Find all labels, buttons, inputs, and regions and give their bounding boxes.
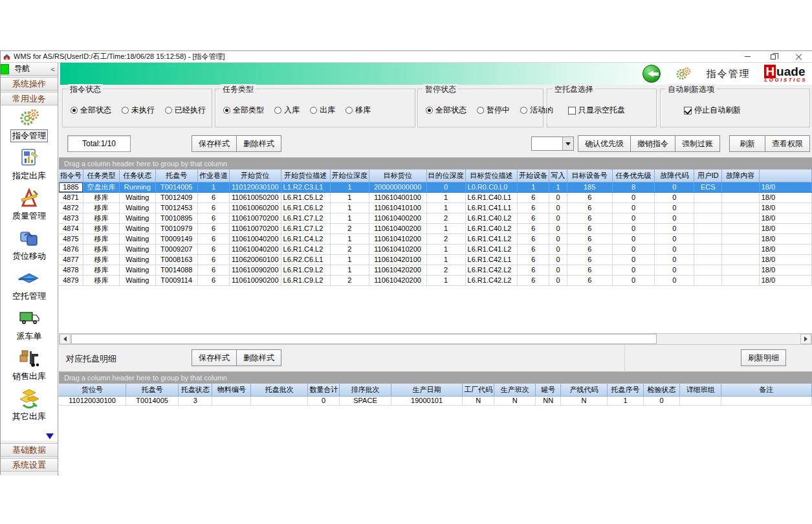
column-header[interactable]: 托盘批次: [251, 384, 308, 396]
column-header[interactable]: 物料编号: [212, 384, 251, 396]
checkbox-icon: [684, 107, 692, 115]
detail-delete-style-button[interactable]: 删除样式: [237, 349, 281, 366]
cell: Waiting: [120, 244, 155, 254]
table-row[interactable]: 4876移库WaitingT00092076110610040200L6.R1.…: [59, 244, 812, 254]
table-row[interactable]: 4873移库WaitingT00108956110610070200L6.R1.…: [59, 213, 812, 223]
table-row[interactable]: 4879移库WaitingT00091146110610090200L6.R1.…: [59, 275, 812, 285]
force-post-button[interactable]: 强制过账: [675, 135, 720, 152]
radio-option[interactable]: 出库: [310, 105, 335, 116]
column-header[interactable]: 任务状态: [120, 169, 155, 182]
radio-option[interactable]: 已经执行: [165, 105, 206, 116]
radio-option[interactable]: 暂停中: [477, 105, 510, 116]
radio-option[interactable]: 全部状态: [71, 105, 111, 116]
minimize-icon[interactable]: [734, 51, 760, 62]
close-icon[interactable]: [786, 51, 812, 62]
column-header[interactable]: 开始位深度: [330, 169, 369, 182]
chevron-down-icon[interactable]: [562, 137, 573, 150]
confirm-priority-button[interactable]: 确认优先级: [578, 135, 631, 152]
sidebar-item-assigned-outbound[interactable]: 指定出库: [1, 146, 58, 186]
column-header[interactable]: 任务类型: [83, 169, 120, 182]
forklift-icon: [18, 347, 40, 369]
cancel-instruction-button[interactable]: 撤销指令: [631, 135, 675, 152]
sidebar-item-instruction-mgmt[interactable]: 指令管理: [1, 105, 58, 146]
refresh-detail-button[interactable]: 刷新明细: [741, 349, 786, 366]
table-row[interactable]: 4877移库WaitingT00081636110620060100L6.R2.…: [59, 254, 812, 265]
column-header[interactable]: 写入: [549, 169, 567, 182]
refresh-button[interactable]: 刷新: [729, 135, 765, 152]
column-header[interactable]: 产线代码: [561, 384, 608, 396]
column-header[interactable]: 目标货位描述: [465, 169, 518, 182]
column-header[interactable]: 用户ID: [694, 169, 722, 182]
column-header[interactable]: 生产班次: [494, 384, 536, 396]
scrollbar-thumb[interactable]: [71, 334, 657, 344]
column-header[interactable]: 目标设备号: [567, 169, 612, 182]
column-header[interactable]: 工厂代码: [463, 384, 494, 396]
column-header[interactable]: [759, 169, 811, 182]
radio-option[interactable]: 全部状态: [426, 105, 466, 116]
sidebar-item-location-move[interactable]: 货位移动: [1, 226, 58, 266]
restore-icon[interactable]: [760, 51, 786, 62]
view-permission-button[interactable]: 查看权限: [765, 135, 810, 152]
save-style-button[interactable]: 保存样式: [192, 135, 237, 152]
checkbox-option[interactable]: 只显示空托盘: [568, 105, 625, 116]
table-row[interactable]: 4871移库WaitingT00124096110610050200L6.R1.…: [59, 192, 812, 202]
table-row[interactable]: 110120030100T001400530SPACE19000101NNNNN…: [59, 396, 812, 405]
table-row[interactable]: 4874移库WaitingT00109796110610070200L6.R1.…: [59, 223, 812, 234]
column-header[interactable]: 开始货位: [229, 169, 281, 182]
radio-option[interactable]: 入库: [274, 105, 300, 116]
sidebar-item-empty-pallet-mgmt[interactable]: 空托管理: [1, 266, 58, 306]
column-header[interactable]: 数量合计: [308, 384, 340, 396]
column-header[interactable]: 托盘号: [126, 384, 178, 396]
column-header[interactable]: 开始货位描述: [281, 169, 330, 182]
column-header[interactable]: 托盘状态: [179, 384, 212, 396]
column-header[interactable]: 故障内容: [722, 169, 760, 182]
group-by-band[interactable]: Drag a column header here to group by th…: [59, 158, 812, 169]
table-row[interactable]: 1885空盘出库RunningT00140051110120030100L1.R…: [59, 182, 812, 192]
sidebar-section-system-settings[interactable]: 系统设置: [1, 458, 58, 472]
back-button[interactable]: [642, 65, 661, 83]
collapse-icon[interactable]: <: [51, 65, 55, 73]
scroll-right-icon[interactable]: [800, 334, 811, 344]
radio-option[interactable]: 全部类型: [223, 105, 264, 116]
horizontal-scrollbar[interactable]: [59, 333, 812, 345]
delete-style-button[interactable]: 删除样式: [237, 135, 281, 152]
pallet-detail-grid: Drag a column header here to group by th…: [59, 371, 812, 475]
column-header[interactable]: 故障代码: [655, 169, 694, 182]
sidebar-item-label: 质量管理: [10, 210, 48, 223]
column-header[interactable]: 任务优先级: [612, 169, 655, 182]
column-header[interactable]: 罐号: [536, 384, 561, 396]
sidebar-item-quality-mgmt[interactable]: 质量管理: [1, 186, 58, 226]
scroll-down-icon[interactable]: [46, 433, 54, 439]
column-header[interactable]: 开始设备: [518, 169, 549, 182]
sidebar-section-base-data[interactable]: 基础数据: [1, 443, 58, 457]
sidebar-section-system-ops[interactable]: 系统操作: [1, 77, 58, 91]
column-header[interactable]: 备注: [721, 384, 812, 396]
cell: 18/0: [759, 192, 811, 202]
sidebar-item-dispatch-order[interactable]: 派车单: [1, 306, 58, 346]
table-row[interactable]: 4875移库WaitingT00091496110610040200L6.R1.…: [59, 234, 812, 244]
sidebar-item-other-outbound[interactable]: 其它出库: [1, 386, 58, 426]
column-header[interactable]: 目的位深度: [426, 169, 465, 182]
nav-header[interactable]: 导航 <: [1, 63, 58, 76]
column-header[interactable]: 托盘号: [155, 169, 197, 182]
column-header[interactable]: 生产日期: [391, 384, 462, 396]
table-row[interactable]: 4872移库WaitingT00124536110610060200L6.R1.…: [59, 202, 812, 213]
column-header[interactable]: 托盘序号: [607, 384, 643, 396]
radio-option[interactable]: 未执行: [122, 105, 155, 116]
column-header[interactable]: 指令号: [59, 169, 83, 182]
column-header[interactable]: 检验状态: [644, 384, 680, 396]
detail-save-style-button[interactable]: 保存样式: [192, 349, 237, 366]
scroll-left-icon[interactable]: [60, 334, 71, 344]
sidebar-item-sales-outbound[interactable]: 销售出库: [1, 346, 58, 386]
group-by-band[interactable]: Drag a column header here to group by th…: [59, 372, 812, 384]
column-header[interactable]: 详细班组: [680, 384, 721, 396]
radio-option[interactable]: 移库: [346, 105, 371, 116]
column-header[interactable]: 目标货位: [369, 169, 426, 182]
priority-select[interactable]: [531, 136, 574, 151]
sidebar-section-common-business[interactable]: 常用业务: [1, 92, 58, 105]
table-row[interactable]: 4878移库WaitingT00140886110610090200L6.R1.…: [59, 265, 812, 275]
column-header[interactable]: 作业巷道: [197, 169, 229, 182]
column-header[interactable]: 排序批次: [340, 384, 391, 396]
checkbox-option[interactable]: 停止自动刷新: [684, 105, 741, 116]
column-header[interactable]: 货位号: [59, 384, 126, 396]
